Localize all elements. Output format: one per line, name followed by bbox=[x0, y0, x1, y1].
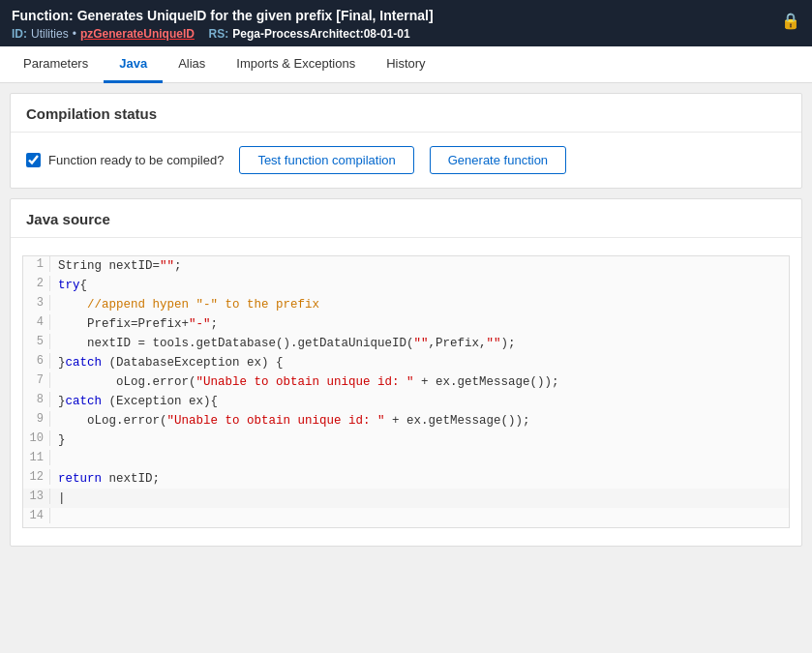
code-line-6: 6 }catch (DatabaseException ex) { bbox=[23, 353, 789, 372]
code-line-14: 14 bbox=[23, 508, 789, 527]
tab-parameters[interactable]: Parameters bbox=[8, 46, 104, 83]
checkbox-text: Function ready to be compiled? bbox=[48, 153, 224, 167]
code-line-1: 1 String nextID=""; bbox=[23, 256, 789, 276]
code-line-12: 12 return nextID; bbox=[23, 469, 789, 489]
code-line-3: 3 //append hypen "-" to the prefix bbox=[23, 295, 789, 314]
header-meta: ID: Utilities • pzGenerateUniqueID RS: P… bbox=[12, 27, 800, 41]
code-line-2: 2 try{ bbox=[23, 276, 789, 295]
code-editor[interactable]: 1 String nextID=""; 2 try{ 3 //append hy… bbox=[22, 255, 790, 528]
ready-checkbox[interactable] bbox=[26, 153, 41, 167]
code-line-9: 9 oLog.error("Unable to obtain unique id… bbox=[23, 411, 789, 430]
compilation-body: Function ready to be compiled? Test func… bbox=[11, 133, 801, 188]
code-line-4: 4 Prefix=Prefix+"-"; bbox=[23, 314, 789, 334]
rs-value: Pega-ProcessArchitect:08-01-01 bbox=[232, 27, 409, 41]
checkbox-label[interactable]: Function ready to be compiled? bbox=[26, 153, 224, 167]
code-line-7: 7 oLog.error("Unable to obtain unique id… bbox=[23, 372, 789, 392]
java-source-card: Java source 1 String nextID=""; 2 try{ 3… bbox=[10, 198, 802, 547]
rs-label: RS: bbox=[209, 27, 229, 41]
code-line-8: 8 }catch (Exception ex){ bbox=[23, 392, 789, 411]
lock-icon: 🔒 bbox=[781, 12, 800, 30]
java-source-title: Java source bbox=[11, 199, 801, 238]
generate-function-button[interactable]: Generate function bbox=[430, 146, 566, 174]
code-line-10: 10 } bbox=[23, 430, 789, 450]
tab-history[interactable]: History bbox=[371, 46, 440, 83]
compilation-status-card: Compilation status Function ready to be … bbox=[10, 93, 802, 189]
code-line-13: 13 | bbox=[23, 489, 789, 508]
id-separator: • bbox=[73, 27, 76, 41]
header: Function: Generates UniqueID for the giv… bbox=[0, 0, 812, 46]
id-path: Utilities bbox=[31, 27, 69, 41]
tab-java[interactable]: Java bbox=[104, 46, 163, 83]
source-body: 1 String nextID=""; 2 try{ 3 //append hy… bbox=[11, 238, 801, 546]
tab-alias[interactable]: Alias bbox=[163, 46, 221, 83]
compilation-section-title: Compilation status bbox=[11, 94, 801, 133]
id-name: pzGenerateUniqueID bbox=[80, 27, 195, 41]
page-title: Function: Generates UniqueID for the giv… bbox=[12, 8, 800, 23]
tabs-bar: Parameters Java Alias Imports & Exceptio… bbox=[0, 46, 812, 83]
main-content: Compilation status Function ready to be … bbox=[0, 93, 812, 547]
test-compilation-button[interactable]: Test function compilation bbox=[239, 146, 413, 174]
code-line-11: 11 bbox=[23, 450, 789, 469]
tab-imports-exceptions[interactable]: Imports & Exceptions bbox=[221, 46, 371, 83]
id-label: ID: bbox=[12, 27, 27, 41]
code-line-5: 5 nextID = tools.getDatabase().getDataUn… bbox=[23, 334, 789, 353]
